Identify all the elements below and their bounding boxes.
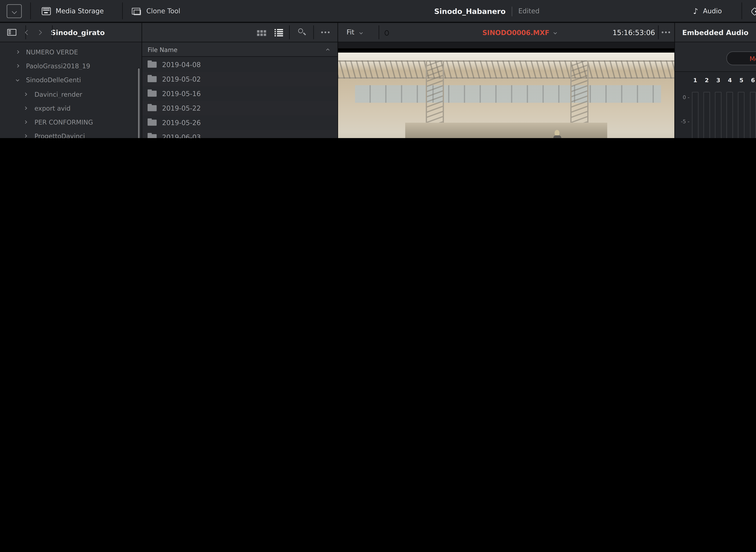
media-storage-panel: Sinodo_girato NUMERO VERDEPaoloGrassi201…	[0, 23, 141, 138]
channel-number: 4	[724, 77, 736, 84]
audio-icon: ♪	[693, 7, 698, 16]
embedded-audio-title: Embedded Audio	[682, 28, 748, 36]
folder-name: 2019-05-16	[162, 90, 201, 98]
channel-number: 5	[736, 77, 747, 84]
storage-tree: NUMERO VERDEPaoloGrassi2018_19SinodoDell…	[0, 43, 141, 138]
list-view-icon[interactable]	[277, 29, 283, 30]
stage-floor	[405, 123, 607, 138]
viewer-header: Fit SINODO0006.MXF 15:16:53:06	[338, 23, 674, 42]
grid-view-icon[interactable]	[257, 30, 259, 32]
media-storage-header: Sinodo_girato	[0, 23, 141, 42]
folder-name: 2019-06-03	[162, 133, 201, 138]
top-toolbar: Media Storage Clone Tool Sinodo_Habanero…	[0, 0, 756, 22]
storage-tree-item[interactable]: Davinci_render	[0, 87, 141, 101]
folder-icon	[147, 105, 156, 111]
file-list-toolbar	[142, 23, 337, 42]
db-scale-label: -5 -	[677, 118, 689, 125]
storage-tree-item[interactable]: PaoloGrassi2018_19	[0, 59, 141, 73]
storage-tree-item[interactable]: ProgettoDavinci	[0, 129, 141, 138]
project-title: Sinodo_Habanero	[434, 7, 506, 15]
seated-person	[553, 130, 561, 138]
tab-meters[interactable]: Meters	[727, 52, 756, 65]
folder-row[interactable]: 2019-05-22	[142, 101, 337, 115]
metadata-tag-icon	[751, 7, 756, 15]
folder-name: 2019-04-08	[162, 61, 201, 68]
channel-number: 3	[713, 77, 724, 84]
options-dots-icon[interactable]	[321, 31, 323, 33]
embedded-audio-header: Embedded Audio	[675, 23, 756, 42]
clone-tool-button[interactable]: Clone Tool	[132, 0, 180, 22]
project-status: Edited	[518, 7, 539, 15]
clip-selector[interactable]: SINODO0006.MXF	[447, 23, 592, 42]
folder-name: 2019-05-26	[162, 119, 201, 127]
chevron-right-icon	[24, 92, 27, 96]
forward-icon[interactable]	[36, 30, 41, 35]
chevron-right-icon	[16, 50, 19, 53]
audio-indicator-icon	[385, 30, 389, 36]
folder-icon	[147, 134, 156, 138]
chevron-right-icon	[24, 106, 27, 110]
folder-row[interactable]: 2019-05-02	[142, 72, 337, 87]
storage-tree-item[interactable]: NUMERO VERDE	[0, 45, 141, 59]
folder-icon	[147, 91, 156, 97]
media-storage-button[interactable]: Media Storage	[42, 0, 104, 22]
channel-meter	[750, 92, 756, 138]
chevron-right-icon	[16, 64, 19, 67]
viewer-panel: Fit SINODO0006.MXF 15:16:53:06	[338, 23, 674, 138]
chevron-right-icon	[24, 120, 27, 124]
viewer-clip-name: SINODO0006.MXF	[482, 29, 549, 36]
zoom-dropdown-icon[interactable]	[359, 31, 363, 34]
media-storage-label: Media Storage	[56, 7, 104, 15]
search-icon[interactable]	[298, 28, 303, 33]
storage-tree-label: PaoloGrassi2018_19	[26, 62, 90, 70]
video-frame[interactable]	[338, 48, 674, 138]
storage-tree-item[interactable]: SinodoDelleGenti	[0, 73, 141, 87]
clip-dropdown-icon	[554, 31, 557, 34]
back-icon[interactable]	[25, 30, 30, 35]
channel-meter	[715, 92, 721, 138]
file-name-header[interactable]: File Name	[142, 43, 337, 57]
panel-collapse-button[interactable]	[7, 4, 22, 18]
storage-tree-item[interactable]: PER CONFORMING	[0, 115, 141, 129]
channel-number: 1	[689, 77, 701, 84]
folder-row[interactable]: 2019-05-16	[142, 87, 337, 101]
storage-tree-label: export avid	[34, 104, 71, 112]
folder-icon	[147, 76, 156, 82]
folder-row[interactable]: 2019-06-03	[142, 130, 337, 138]
chevron-down-icon	[16, 78, 19, 82]
audio-label: Audio	[703, 7, 722, 15]
viewer-timecode: 15:16:53:06	[613, 28, 655, 36]
channel-number: 2	[701, 77, 713, 84]
folder-name: 2019-05-22	[162, 104, 201, 112]
folder-row[interactable]: 2019-04-08	[142, 57, 337, 72]
db-scale-label: 0 -	[677, 94, 689, 100]
storage-tree-item[interactable]: export avid	[0, 101, 141, 115]
folder-name: 2019-05-02	[162, 75, 201, 83]
truss-horizontal	[338, 61, 674, 79]
video-scene-auditorium	[338, 52, 674, 138]
window-band	[355, 85, 661, 103]
metadata-panel-button[interactable]: Metadata	[752, 0, 756, 22]
viewer-options-icon[interactable]	[662, 31, 663, 33]
folder-list: 2019-04-082019-05-022019-05-162019-05-22…	[142, 57, 337, 138]
storage-tree-label: SinodoDelleGenti	[26, 76, 81, 84]
file-name-header-label: File Name	[147, 46, 178, 53]
channel-meter	[738, 92, 745, 138]
sort-ascending-icon	[326, 48, 330, 52]
folder-row[interactable]: 2019-05-26	[142, 115, 337, 130]
channel-meter	[704, 92, 710, 138]
clone-tool-icon	[134, 9, 141, 15]
chevron-down-icon	[12, 9, 16, 13]
storage-tree-label: PER CONFORMING	[34, 119, 93, 126]
davinci-resolve-window: Media Storage Clone Tool Sinodo_Habanero…	[0, 0, 756, 138]
clone-tool-label: Clone Tool	[146, 7, 180, 15]
channel-meter	[692, 92, 698, 138]
storage-tree-scrollbar[interactable]	[137, 68, 140, 138]
storage-tree-label: Davinci_render	[34, 90, 82, 98]
zoom-level-label[interactable]: Fit	[346, 28, 354, 36]
file-list-panel: File Name 2019-04-082019-05-022019-05-16…	[142, 23, 337, 138]
sidebar-toggle-icon[interactable]	[7, 29, 16, 36]
meters-waveform-toggle: Meters Waveform	[726, 51, 756, 65]
audio-panel-button[interactable]: ♪ Audio	[693, 0, 722, 22]
folder-icon	[147, 120, 156, 126]
